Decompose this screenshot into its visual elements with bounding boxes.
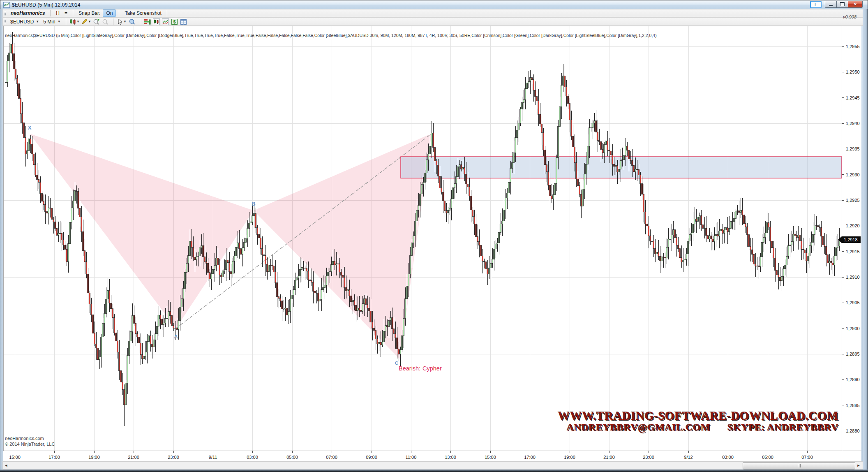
- market-analyzer-button[interactable]: [143, 18, 152, 25]
- dollar-icon: $: [171, 19, 178, 25]
- title-bar[interactable]: $EURUSD (5 Min) 12.09.2014 L ✕: [0, 0, 868, 9]
- application-window: $EURUSD (5 Min) 12.09.2014 L ✕ neoHarmon…: [0, 0, 868, 472]
- price-tick-label: 1,2900: [846, 326, 860, 331]
- separator: [140, 19, 140, 25]
- window-frame-left: [0, 9, 2, 470]
- instrument-selector[interactable]: $EURUSD ▼: [8, 19, 41, 25]
- horizontal-scrollbar[interactable]: ◄ ►: [2, 461, 863, 470]
- version-label: v0.908: [843, 14, 856, 19]
- svg-text:$: $: [173, 19, 175, 24]
- watermark-skype: SKYPE: ANDREYBBRV: [727, 422, 838, 433]
- chart-window-icon: [153, 19, 160, 25]
- copyright-label: © 2014 NinjaTrader, LLC: [5, 442, 55, 447]
- market-analyzer-icon: [144, 19, 151, 25]
- time-tick-label: 21:00: [128, 455, 139, 460]
- price-tick-label: 1,2895: [846, 352, 860, 356]
- cursor-mode-button[interactable]: ▼: [116, 18, 128, 25]
- time-tick-label: 03:00: [247, 455, 258, 460]
- maximize-icon: [840, 2, 845, 6]
- last-price-marker: 1,2918: [838, 236, 861, 243]
- time-tick-label: 21:00: [603, 455, 615, 460]
- interval-selector[interactable]: 5 Min ▼: [41, 19, 62, 25]
- time-tick-label: 09:00: [366, 455, 377, 460]
- link-button[interactable]: L: [810, 1, 822, 8]
- price-tick-label: 1,2880: [846, 428, 860, 433]
- zoom-out-button[interactable]: [101, 18, 110, 25]
- separator: [167, 10, 167, 16]
- harmonics-button[interactable]: H: [53, 10, 62, 16]
- time-tick-label: 9/12: [684, 455, 693, 460]
- instrument-toolbar: $EURUSD ▼ 5 Min ▼ ▼ ▼: [2, 17, 863, 26]
- chart-style-button[interactable]: ▼: [69, 18, 81, 25]
- point-b-label: B: [252, 201, 255, 207]
- separator: [73, 10, 73, 16]
- close-icon: ✕: [854, 2, 857, 7]
- equals-button[interactable]: =: [62, 10, 70, 16]
- account-button[interactable]: $: [170, 18, 179, 25]
- chevron-down-icon: ▼: [58, 20, 61, 23]
- time-tick-label: 11:00: [406, 455, 417, 460]
- separator: [119, 10, 119, 16]
- price-tick-label: 1,2925: [846, 198, 860, 203]
- time-tick-label: 05:00: [286, 455, 298, 460]
- time-tick-label: 15:00: [9, 455, 21, 460]
- interval-label: 5 Min: [43, 19, 55, 25]
- separator: [113, 19, 113, 25]
- watermark-contacts: ANDREYBBRV@GMAIL.COMSKYPE: ANDREYBBRV: [558, 422, 838, 433]
- data-box-button[interactable]: [128, 18, 137, 25]
- toolbar-grip[interactable]: [5, 11, 6, 16]
- price-tick-label: 1,2945: [846, 95, 860, 100]
- time-tick-label: 17:00: [48, 455, 60, 460]
- indicator-toolbar: neoHarmonics H = Snap Bar: On Take Scree…: [2, 9, 863, 17]
- price-tick-label: 1,2950: [846, 69, 860, 74]
- zoom-in-button[interactable]: [92, 18, 101, 25]
- scroll-right-arrow-icon[interactable]: ►: [855, 462, 862, 469]
- time-tick-label: 03:00: [722, 455, 734, 460]
- time-tick-label: 07:00: [326, 455, 337, 460]
- separator: [66, 19, 66, 25]
- site-label: neoHarmonics.com: [5, 436, 44, 441]
- price-tick-label: 1,2930: [846, 172, 860, 177]
- window-controls: L ✕: [810, 1, 863, 8]
- minimize-button[interactable]: [825, 1, 836, 8]
- pattern-direction-label: Bearish:: [399, 365, 420, 372]
- scroll-left-arrow-icon[interactable]: ◄: [3, 462, 9, 469]
- time-tick-label: 19:00: [564, 455, 575, 460]
- point-c-label: C: [395, 361, 398, 366]
- grid-properties-button[interactable]: [179, 18, 188, 25]
- chart-panel[interactable]: neoHarmonics($EURUSD (5 Min),Color [Ligh…: [3, 26, 861, 461]
- line-chart-icon: [162, 19, 169, 25]
- take-screenshot-button[interactable]: Take Screenshot: [122, 10, 164, 16]
- separator: [50, 10, 51, 16]
- new-chart-button[interactable]: [152, 18, 161, 25]
- close-button[interactable]: ✕: [848, 1, 863, 8]
- price-tick-label: 1,2910: [846, 275, 860, 280]
- toolbar-grip[interactable]: [5, 19, 6, 24]
- minimize-icon: [829, 5, 833, 6]
- snap-bar-toggle[interactable]: On: [103, 9, 116, 17]
- candlestick-icon: [69, 19, 76, 25]
- window-frame-right: [863, 9, 868, 470]
- price-tick-label: 1,2885: [846, 403, 860, 408]
- price-tick-label: 1,2915: [846, 249, 860, 254]
- snap-bar-label: Snap Bar:: [76, 10, 103, 16]
- watermark: WWW.TRADING-SOFTWARE-DOWNLOAD.COM ANDREY…: [558, 410, 838, 433]
- window-title: $EURUSD (5 Min) 12.09.2014: [12, 2, 81, 8]
- chevron-down-icon: ▼: [88, 20, 91, 23]
- scrollbar-thumb[interactable]: [743, 462, 855, 470]
- pointer-icon: [117, 19, 123, 25]
- time-tick-label: 19:00: [88, 455, 100, 460]
- last-price-label: 1,2918: [844, 237, 858, 242]
- price-tick-label: 1,2935: [846, 146, 860, 151]
- price-tick-label: 1,2955: [846, 44, 860, 49]
- zoom-in-icon: [93, 19, 100, 25]
- maximize-button[interactable]: [836, 1, 848, 8]
- drawing-tools-button[interactable]: ▼: [81, 18, 92, 25]
- point-x-label: X: [28, 125, 32, 131]
- chevron-down-icon: ▼: [36, 20, 39, 23]
- point-a-label: A: [174, 333, 178, 340]
- line-chart-button[interactable]: [161, 18, 170, 25]
- time-tick-label: 13:00: [445, 455, 456, 460]
- price-tick-label: 1,2940: [846, 121, 860, 126]
- pencil-icon: [81, 19, 88, 25]
